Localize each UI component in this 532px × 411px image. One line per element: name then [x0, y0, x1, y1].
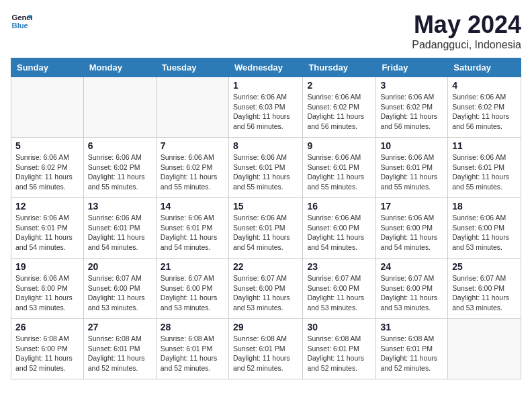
day-number: 13 [88, 201, 152, 212]
calendar-cell: 15Sunrise: 6:06 AM Sunset: 6:01 PM Dayli… [228, 198, 302, 259]
logo-icon: General Blue [11, 11, 32, 32]
day-info: Sunrise: 6:06 AM Sunset: 6:02 PM Dayligh… [88, 152, 152, 192]
calendar-table: SundayMondayTuesdayWednesdayThursdayFrid… [11, 58, 521, 379]
location-title: Padangguci, Indonesia [412, 39, 521, 51]
calendar-cell [156, 77, 228, 138]
day-info: Sunrise: 6:07 AM Sunset: 6:00 PM Dayligh… [307, 273, 371, 313]
day-info: Sunrise: 6:06 AM Sunset: 6:02 PM Dayligh… [161, 152, 224, 192]
calendar-cell: 25Sunrise: 6:07 AM Sunset: 6:00 PM Dayli… [448, 259, 521, 319]
weekday-header-row: SundayMondayTuesdayWednesdayThursdayFrid… [11, 58, 521, 77]
day-number: 27 [88, 322, 152, 332]
title-block: May 2024 Padangguci, Indonesia [412, 11, 521, 51]
calendar-cell: 3Sunrise: 6:06 AM Sunset: 6:02 PM Daylig… [376, 77, 448, 138]
day-number: 23 [307, 261, 371, 272]
day-number: 7 [161, 140, 224, 151]
calendar-cell: 16Sunrise: 6:06 AM Sunset: 6:00 PM Dayli… [303, 198, 376, 259]
calendar-cell: 10Sunrise: 6:06 AM Sunset: 6:01 PM Dayli… [376, 138, 448, 198]
day-info: Sunrise: 6:06 AM Sunset: 6:00 PM Dayligh… [307, 213, 371, 253]
week-row-2: 5Sunrise: 6:06 AM Sunset: 6:02 PM Daylig… [11, 138, 521, 198]
day-info: Sunrise: 6:06 AM Sunset: 6:00 PM Dayligh… [452, 213, 517, 253]
day-info: Sunrise: 6:06 AM Sunset: 6:02 PM Dayligh… [380, 92, 443, 132]
weekday-header-friday: Friday [376, 58, 448, 77]
weekday-header-wednesday: Wednesday [228, 58, 302, 77]
weekday-header-tuesday: Tuesday [156, 58, 228, 77]
day-number: 22 [233, 261, 298, 272]
day-info: Sunrise: 6:08 AM Sunset: 6:01 PM Dayligh… [233, 334, 298, 373]
week-row-3: 12Sunrise: 6:06 AM Sunset: 6:01 PM Dayli… [11, 198, 521, 259]
calendar-cell: 20Sunrise: 6:07 AM Sunset: 6:00 PM Dayli… [83, 259, 156, 319]
day-number: 30 [307, 322, 371, 332]
calendar-cell: 11Sunrise: 6:06 AM Sunset: 6:01 PM Dayli… [448, 138, 521, 198]
calendar-cell: 9Sunrise: 6:06 AM Sunset: 6:01 PM Daylig… [303, 138, 376, 198]
day-number: 1 [233, 80, 298, 91]
day-info: Sunrise: 6:07 AM Sunset: 6:00 PM Dayligh… [233, 273, 298, 313]
day-number: 11 [452, 140, 517, 151]
calendar-cell: 17Sunrise: 6:06 AM Sunset: 6:00 PM Dayli… [376, 198, 448, 259]
calendar-cell: 31Sunrise: 6:08 AM Sunset: 6:01 PM Dayli… [376, 319, 448, 379]
day-number: 14 [161, 201, 224, 212]
weekday-header-thursday: Thursday [303, 58, 376, 77]
day-number: 3 [380, 80, 443, 91]
day-info: Sunrise: 6:06 AM Sunset: 6:01 PM Dayligh… [233, 152, 298, 192]
day-info: Sunrise: 6:08 AM Sunset: 6:01 PM Dayligh… [307, 334, 371, 373]
weekday-header-saturday: Saturday [448, 58, 521, 77]
calendar-cell: 19Sunrise: 6:06 AM Sunset: 6:00 PM Dayli… [11, 259, 84, 319]
day-number: 2 [307, 80, 371, 91]
day-info: Sunrise: 6:06 AM Sunset: 6:03 PM Dayligh… [233, 92, 298, 132]
calendar-cell: 27Sunrise: 6:08 AM Sunset: 6:01 PM Dayli… [83, 319, 156, 379]
day-number: 24 [380, 261, 443, 272]
day-number: 29 [233, 322, 298, 332]
calendar-cell: 21Sunrise: 6:07 AM Sunset: 6:00 PM Dayli… [156, 259, 228, 319]
day-info: Sunrise: 6:07 AM Sunset: 6:00 PM Dayligh… [452, 273, 517, 313]
calendar-cell: 13Sunrise: 6:06 AM Sunset: 6:01 PM Dayli… [83, 198, 156, 259]
calendar-cell: 26Sunrise: 6:08 AM Sunset: 6:00 PM Dayli… [11, 319, 84, 379]
calendar-cell [448, 319, 521, 379]
day-number: 25 [452, 261, 517, 272]
day-info: Sunrise: 6:07 AM Sunset: 6:00 PM Dayligh… [161, 273, 224, 313]
calendar-cell: 6Sunrise: 6:06 AM Sunset: 6:02 PM Daylig… [83, 138, 156, 198]
day-info: Sunrise: 6:06 AM Sunset: 6:01 PM Dayligh… [88, 213, 152, 253]
page-header: General Blue May 2024 Padangguci, Indone… [11, 11, 521, 51]
calendar-cell: 12Sunrise: 6:06 AM Sunset: 6:01 PM Dayli… [11, 198, 84, 259]
day-info: Sunrise: 6:06 AM Sunset: 6:02 PM Dayligh… [452, 92, 517, 132]
day-info: Sunrise: 6:06 AM Sunset: 6:00 PM Dayligh… [380, 213, 443, 253]
day-number: 12 [15, 201, 79, 212]
day-number: 28 [161, 322, 224, 332]
svg-text:Blue: Blue [12, 21, 28, 30]
calendar-cell: 29Sunrise: 6:08 AM Sunset: 6:01 PM Dayli… [228, 319, 302, 379]
day-number: 9 [307, 140, 371, 151]
day-number: 10 [380, 140, 443, 151]
calendar-cell [83, 77, 156, 138]
calendar-cell: 22Sunrise: 6:07 AM Sunset: 6:00 PM Dayli… [228, 259, 302, 319]
calendar-cell: 18Sunrise: 6:06 AM Sunset: 6:00 PM Dayli… [448, 198, 521, 259]
day-info: Sunrise: 6:06 AM Sunset: 6:01 PM Dayligh… [233, 213, 298, 253]
day-info: Sunrise: 6:06 AM Sunset: 6:02 PM Dayligh… [15, 152, 79, 192]
calendar-cell: 4Sunrise: 6:06 AM Sunset: 6:02 PM Daylig… [448, 77, 521, 138]
calendar-cell: 24Sunrise: 6:07 AM Sunset: 6:00 PM Dayli… [376, 259, 448, 319]
calendar-cell: 30Sunrise: 6:08 AM Sunset: 6:01 PM Dayli… [303, 319, 376, 379]
calendar-cell: 1Sunrise: 6:06 AM Sunset: 6:03 PM Daylig… [228, 77, 302, 138]
day-info: Sunrise: 6:08 AM Sunset: 6:00 PM Dayligh… [15, 334, 79, 373]
day-info: Sunrise: 6:06 AM Sunset: 6:00 PM Dayligh… [15, 273, 79, 313]
day-info: Sunrise: 6:07 AM Sunset: 6:00 PM Dayligh… [88, 273, 152, 313]
calendar-cell: 23Sunrise: 6:07 AM Sunset: 6:00 PM Dayli… [303, 259, 376, 319]
day-number: 4 [452, 80, 517, 91]
day-number: 20 [88, 261, 152, 272]
day-number: 6 [88, 140, 152, 151]
day-number: 17 [380, 201, 443, 212]
day-info: Sunrise: 6:06 AM Sunset: 6:01 PM Dayligh… [307, 152, 371, 192]
month-title: May 2024 [412, 11, 521, 39]
weekday-header-sunday: Sunday [11, 58, 84, 77]
day-info: Sunrise: 6:08 AM Sunset: 6:01 PM Dayligh… [88, 334, 152, 373]
week-row-4: 19Sunrise: 6:06 AM Sunset: 6:00 PM Dayli… [11, 259, 521, 319]
calendar-cell: 7Sunrise: 6:06 AM Sunset: 6:02 PM Daylig… [156, 138, 228, 198]
day-info: Sunrise: 6:06 AM Sunset: 6:01 PM Dayligh… [161, 213, 224, 253]
day-number: 31 [380, 322, 443, 332]
day-info: Sunrise: 6:06 AM Sunset: 6:01 PM Dayligh… [15, 213, 79, 253]
day-info: Sunrise: 6:06 AM Sunset: 6:01 PM Dayligh… [452, 152, 517, 192]
week-row-1: 1Sunrise: 6:06 AM Sunset: 6:03 PM Daylig… [11, 77, 521, 138]
svg-text:General: General [12, 13, 32, 21]
week-row-5: 26Sunrise: 6:08 AM Sunset: 6:00 PM Dayli… [11, 319, 521, 379]
calendar-cell: 28Sunrise: 6:08 AM Sunset: 6:01 PM Dayli… [156, 319, 228, 379]
day-info: Sunrise: 6:08 AM Sunset: 6:01 PM Dayligh… [380, 334, 443, 373]
